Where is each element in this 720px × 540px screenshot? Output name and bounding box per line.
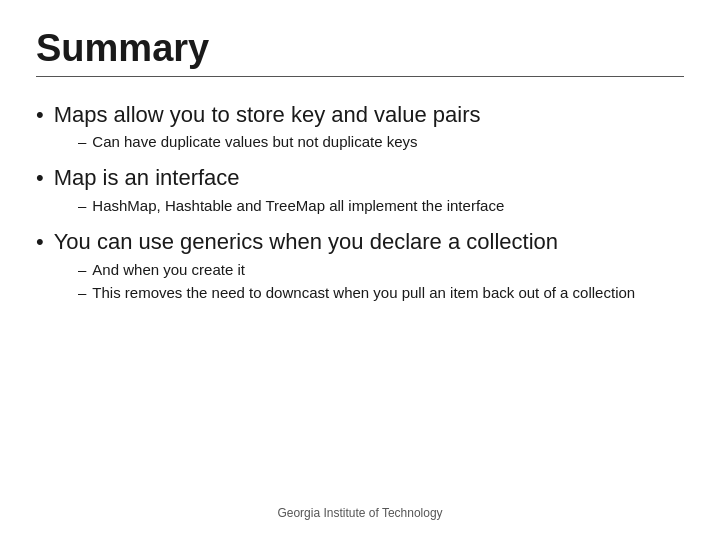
bullet-text-2: Map is an interface (54, 164, 240, 193)
footer-text: Georgia Institute of Technology (277, 506, 442, 520)
sub-dash-3-2: – (78, 282, 86, 303)
sub-dash-1-1: – (78, 131, 86, 152)
bullet-group-3: • You can use generics when you declare … (36, 228, 684, 303)
sub-dash-2-1: – (78, 195, 86, 216)
title-section: Summary (36, 28, 684, 77)
bullet-group-2: • Map is an interface – HashMap, Hashtab… (36, 164, 684, 216)
bullet-sub-1-1: – Can have duplicate values but not dupl… (36, 131, 684, 152)
bullet-sub-3-1: – And when you create it (36, 259, 684, 280)
footer: Georgia Institute of Technology (36, 496, 684, 520)
content-area: • Maps allow you to store key and value … (36, 93, 684, 496)
bullet-text-3: You can use generics when you declare a … (54, 228, 558, 257)
bullet-main-3: • You can use generics when you declare … (36, 228, 684, 257)
sub-text-1-1: Can have duplicate values but not duplic… (92, 131, 417, 152)
bullet-main-2: • Map is an interface (36, 164, 684, 193)
bullet-text-1: Maps allow you to store key and value pa… (54, 101, 481, 130)
bullet-dot-3: • (36, 228, 44, 257)
title-divider (36, 76, 684, 77)
slide-title: Summary (36, 28, 684, 70)
sub-text-3-2: This removes the need to downcast when y… (92, 282, 635, 303)
bullet-group-1: • Maps allow you to store key and value … (36, 101, 684, 153)
bullet-dot-2: • (36, 164, 44, 193)
bullet-dot-1: • (36, 101, 44, 130)
bullet-sub-2-1: – HashMap, Hashtable and TreeMap all imp… (36, 195, 684, 216)
sub-text-3-1: And when you create it (92, 259, 245, 280)
sub-dash-3-1: – (78, 259, 86, 280)
bullet-main-1: • Maps allow you to store key and value … (36, 101, 684, 130)
bullet-sub-3-2: – This removes the need to downcast when… (36, 282, 684, 303)
slide: Summary • Maps allow you to store key an… (0, 0, 720, 540)
sub-text-2-1: HashMap, Hashtable and TreeMap all imple… (92, 195, 504, 216)
